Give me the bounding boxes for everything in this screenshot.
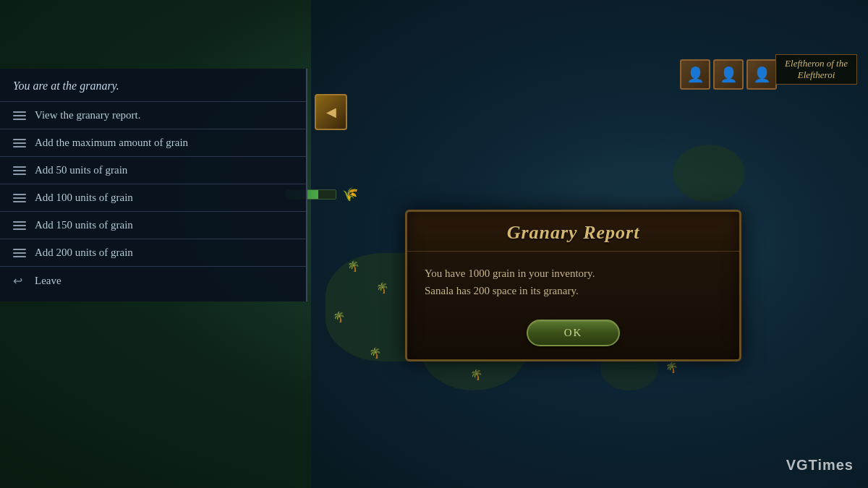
ok-button[interactable]: OK [527,320,621,346]
menu-lines-icon-1 [13,111,26,120]
menu-label-leave: Leave [35,275,61,287]
menu-lines-icon-3 [13,166,26,175]
grain-icon: 🌾 [342,187,358,202]
menu-lines-icon-2 [13,139,26,147]
faction-name-line1: Eleftheron of the [785,58,848,69]
watermark: VGTimes [786,457,854,474]
menu-panel: You are at the granary. View the granary… [0,69,307,301]
menu-lines-icon-6 [13,249,26,257]
menu-item-add-50[interactable]: Add 50 units of grain [0,156,306,184]
modal-line1: You have 1000 grain in your inventory. [425,265,722,282]
menu-label-add-max: Add the maximum amount of grain [35,137,188,149]
menu-item-add-100[interactable]: Add 100 units of grain [0,184,306,211]
menu-lines-icon-4 [13,194,26,202]
portrait-1: 👤 [680,59,710,90]
modal-overlay: Granary Report You have 1000 grain in yo… [405,210,741,361]
modal-title-bar: Granary Report [407,212,739,252]
map-nav-arrow[interactable] [315,94,347,130]
menu-label-add-200: Add 200 units of grain [35,247,133,259]
modal-title: Granary Report [422,222,725,244]
menu-item-view-report[interactable]: View the granary report. [0,101,306,129]
modal-line2: Sanala has 200 space in its granary. [425,282,722,299]
modal-body: You have 1000 grain in your inventory. S… [407,252,739,312]
menu-label-add-100: Add 100 units of grain [35,192,133,204]
modal-footer: OK [407,312,739,359]
modal-box: Granary Report You have 1000 grain in yo… [405,210,741,361]
menu-header: You are at the granary. [0,80,306,101]
menu-item-add-200[interactable]: Add 200 units of grain [0,239,306,266]
menu-item-add-150[interactable]: Add 150 units of grain [0,211,306,239]
portrait-2: 👤 [713,59,744,90]
menu-label-view-report: View the granary report. [35,109,141,121]
menu-label-add-150: Add 150 units of grain [35,219,133,231]
portrait-3: 👤 [746,59,777,90]
modal-text: You have 1000 grain in your inventory. S… [425,265,722,299]
mini-portraits: 👤 👤 👤 [680,59,777,90]
menu-item-leave[interactable]: ↩ Leave [0,266,306,294]
faction-name-line2: Eleftheroi [785,69,848,81]
menu-lines-icon-5 [13,221,26,230]
back-arrow-icon: ↩ [13,274,26,287]
faction-label: Eleftheron of the Eleftheroi [775,54,857,85]
menu-item-add-max[interactable]: Add the maximum amount of grain [0,129,306,156]
menu-label-add-50: Add 50 units of grain [35,164,127,176]
